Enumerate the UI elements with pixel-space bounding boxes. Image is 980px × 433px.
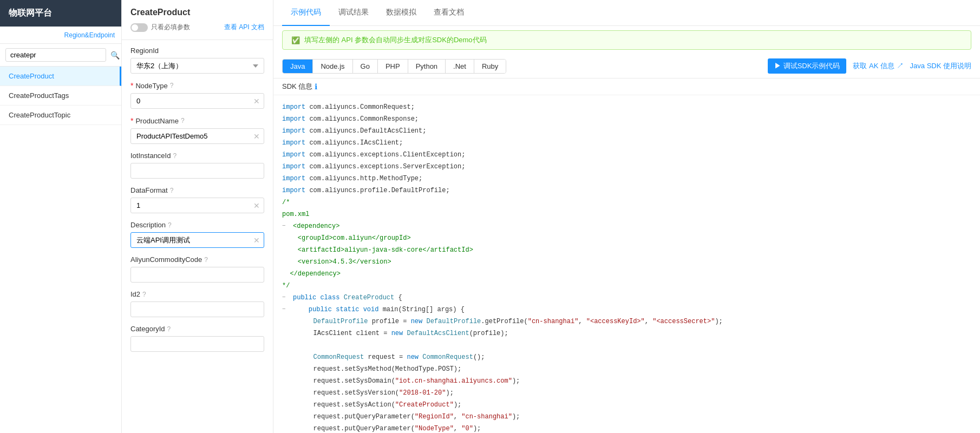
input-iotinstanceid[interactable] <box>130 163 264 179</box>
java-sdk-link[interactable]: Java SDK 使用说明 <box>910 61 971 71</box>
sidebar-item-createproducttags[interactable]: CreateProductTags <box>0 86 121 106</box>
code-line: import com.aliyuncs.http.MethodType; <box>282 173 971 185</box>
input-productname[interactable] <box>130 128 264 144</box>
code-text: import com.aliyuncs.exceptions.ServerExc… <box>282 161 465 173</box>
required-star: * <box>130 81 133 90</box>
help-icon-aliyuncommoditycode[interactable]: ? <box>204 256 208 264</box>
sidebar-title: 物联网平台 <box>0 0 121 27</box>
sidebar-item-createproducttopic[interactable]: CreateProductTopic <box>0 106 121 125</box>
label-productname: * ProductName? <box>130 116 264 125</box>
code-text: import com.aliyuncs.IAcsClient; <box>282 137 403 149</box>
label-regionid: RegionId <box>130 47 264 55</box>
clear-productname[interactable]: ✕ <box>253 132 260 141</box>
code-text: request.setSysAction("CreateProduct"); <box>282 399 461 411</box>
search-input[interactable] <box>5 48 106 62</box>
field-dataformat: DataFormat?✕ <box>130 186 264 213</box>
clear-nodetype[interactable]: ✕ <box>253 97 260 106</box>
code-fold-toggle[interactable]: − <box>282 304 290 315</box>
help-icon-dataformat[interactable]: ? <box>170 187 174 194</box>
code-area: import com.aliyuncs.CommonRequest;import… <box>273 95 980 433</box>
label-aliyuncommoditycode: AliyunCommodityCode? <box>130 255 264 264</box>
label-nodetype: * NodeType? <box>130 81 264 90</box>
info-icon: ✅ <box>291 36 300 44</box>
code-text: pom.xml <box>282 209 309 221</box>
help-icon-nodetype[interactable]: ? <box>170 82 174 89</box>
code-text: request.setSysVersion("2018-01-20"); <box>282 388 454 399</box>
code-line: request.putQueryParameter("RegionId", "c… <box>282 411 971 423</box>
search-bar: 🔍 ✕ <box>0 44 121 67</box>
tab-调试结果[interactable]: 调试结果 <box>330 0 377 26</box>
help-icon-id2[interactable]: ? <box>142 291 146 298</box>
required-star: * <box>130 116 133 125</box>
help-icon-description[interactable]: ? <box>168 221 172 229</box>
right-panel: 示例代码调试结果数据模拟查看文档 ✅ 填写左侧的 API 参数会自动同步生成对应… <box>273 0 980 433</box>
region-endpoint-link[interactable]: Region&Endpoint <box>64 31 115 39</box>
code-line: pom.xml <box>282 209 971 221</box>
search-button[interactable]: 🔍 <box>108 50 122 61</box>
ak-info-link[interactable]: 获取 AK 信息 ↗ <box>853 61 903 71</box>
code-text: import com.aliyuncs.CommonRequest; <box>282 102 415 114</box>
input-wrap-description: ✕ <box>130 232 264 248</box>
input-wrap-nodetype: ✕ <box>130 93 264 109</box>
input-categoryid[interactable] <box>130 336 264 352</box>
input-description[interactable] <box>130 232 264 248</box>
input-dataformat[interactable] <box>130 198 264 213</box>
code-text: request.setSysDomain("iot.cn-shanghai.al… <box>282 376 520 388</box>
sdk-info-label: SDK 信息 <box>282 82 312 91</box>
code-line: <version>4.5.3</version> <box>282 257 971 268</box>
label-dataformat: DataFormat? <box>130 186 264 194</box>
region-endpoint-section: Region&Endpoint <box>0 27 121 44</box>
input-id2[interactable] <box>130 301 264 317</box>
input-nodetype[interactable] <box>130 93 264 109</box>
lang-tab-ruby[interactable]: Ruby <box>474 60 506 73</box>
lang-tab-go[interactable]: Go <box>353 60 378 73</box>
code-line: import com.aliyuncs.profile.DefaultProfi… <box>282 185 971 197</box>
help-icon-iotinstanceid[interactable]: ? <box>173 152 177 160</box>
lang-tab-java[interactable]: Java <box>283 60 313 73</box>
code-line: request.setSysMethod(MethodType.POST); <box>282 364 971 376</box>
help-icon-productname[interactable]: ? <box>181 117 185 124</box>
sdk-info-icon[interactable]: ℹ <box>315 82 317 91</box>
tab-示例代码[interactable]: 示例代码 <box>282 0 330 26</box>
label-id2: Id2? <box>130 290 264 298</box>
code-line <box>282 340 971 352</box>
code-line: DefaultProfile profile = new DefaultProf… <box>282 316 971 328</box>
lang-tabs-section: JavaNode.jsGoPHPPython.NetRuby ▶ 调试SDK示例… <box>273 54 980 78</box>
toggle-row: 只看必填参数 查看 API 文档 <box>130 23 264 32</box>
field-categoryid: CategoryId? <box>130 325 264 352</box>
code-text: <dependency> <box>293 221 339 233</box>
lang-tab-actions: ▶ 调试SDK示例代码 获取 AK 信息 ↗ Java SDK 使用说明 <box>768 58 971 74</box>
lang-tab-python[interactable]: Python <box>408 60 446 73</box>
code-fold-toggle[interactable]: − <box>282 292 290 303</box>
middle-title: CreateProduct <box>130 8 264 17</box>
sidebar-item-createproduct[interactable]: CreateProduct <box>0 67 121 86</box>
code-text: import com.aliyuncs.DefaultAcsClient; <box>282 126 426 137</box>
code-text: */ <box>282 280 290 292</box>
api-doc-link[interactable]: 查看 API 文档 <box>224 23 264 32</box>
code-text: import com.aliyuncs.http.MethodType; <box>282 173 422 185</box>
code-fold-toggle[interactable]: − <box>282 221 290 232</box>
code-line: import com.aliyuncs.CommonRequest; <box>282 102 971 114</box>
required-only-toggle[interactable] <box>130 23 148 32</box>
code-text: /* <box>282 197 290 209</box>
code-line: import com.aliyuncs.exceptions.ServerExc… <box>282 161 971 173</box>
code-line: /* <box>282 197 971 209</box>
clear-description[interactable]: ✕ <box>253 236 260 245</box>
lang-tab-net[interactable]: .Net <box>446 60 474 73</box>
nav-items: CreateProductCreateProductTagsCreateProd… <box>0 67 121 433</box>
clear-dataformat[interactable]: ✕ <box>253 201 260 210</box>
code-text: <groupId>com.aliyun</groupId> <box>282 233 411 245</box>
field-description: Description?✕ <box>130 221 264 248</box>
code-line: </dependency> <box>282 268 971 280</box>
tab-数据模拟[interactable]: 数据模拟 <box>377 0 425 26</box>
code-text: <artifactId>aliyun-java-sdk-core</artifa… <box>282 245 473 257</box>
code-line: CommonRequest request = new CommonReques… <box>282 352 971 364</box>
tab-查看文档[interactable]: 查看文档 <box>425 0 473 26</box>
help-icon-categoryid[interactable]: ? <box>167 325 171 333</box>
code-text: import com.aliyuncs.profile.DefaultProfi… <box>282 185 450 197</box>
input-aliyuncommoditycode[interactable] <box>130 267 264 283</box>
select-regionid[interactable]: 华东2（上海）华北1（青岛）华北2（北京） <box>130 58 264 74</box>
lang-tab-php[interactable]: PHP <box>378 60 408 73</box>
lang-tab-nodejs[interactable]: Node.js <box>313 60 352 73</box>
debug-sdk-button[interactable]: ▶ 调试SDK示例代码 <box>768 58 846 74</box>
